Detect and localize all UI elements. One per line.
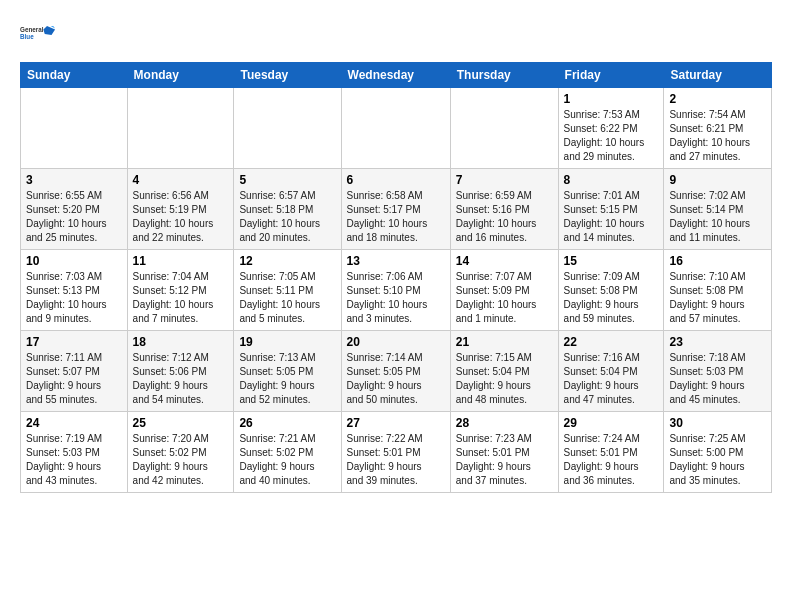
day-info: Sunrise: 7:53 AM Sunset: 6:22 PM Dayligh… (564, 108, 659, 164)
day-info: Sunrise: 7:18 AM Sunset: 5:03 PM Dayligh… (669, 351, 766, 407)
calendar-cell: 25Sunrise: 7:20 AM Sunset: 5:02 PM Dayli… (127, 412, 234, 493)
day-info: Sunrise: 7:20 AM Sunset: 5:02 PM Dayligh… (133, 432, 229, 488)
day-info: Sunrise: 7:16 AM Sunset: 5:04 PM Dayligh… (564, 351, 659, 407)
day-info: Sunrise: 7:03 AM Sunset: 5:13 PM Dayligh… (26, 270, 122, 326)
calendar-cell: 9Sunrise: 7:02 AM Sunset: 5:14 PM Daylig… (664, 169, 772, 250)
svg-text:Blue: Blue (20, 33, 34, 40)
calendar-cell (234, 88, 341, 169)
calendar-week-4: 24Sunrise: 7:19 AM Sunset: 5:03 PM Dayli… (21, 412, 772, 493)
calendar-cell: 30Sunrise: 7:25 AM Sunset: 5:00 PM Dayli… (664, 412, 772, 493)
day-info: Sunrise: 6:57 AM Sunset: 5:18 PM Dayligh… (239, 189, 335, 245)
day-info: Sunrise: 7:09 AM Sunset: 5:08 PM Dayligh… (564, 270, 659, 326)
day-info: Sunrise: 7:04 AM Sunset: 5:12 PM Dayligh… (133, 270, 229, 326)
day-info: Sunrise: 7:22 AM Sunset: 5:01 PM Dayligh… (347, 432, 445, 488)
day-number: 10 (26, 254, 122, 268)
calendar-cell: 24Sunrise: 7:19 AM Sunset: 5:03 PM Dayli… (21, 412, 128, 493)
day-info: Sunrise: 7:13 AM Sunset: 5:05 PM Dayligh… (239, 351, 335, 407)
day-info: Sunrise: 7:23 AM Sunset: 5:01 PM Dayligh… (456, 432, 553, 488)
calendar-cell: 12Sunrise: 7:05 AM Sunset: 5:11 PM Dayli… (234, 250, 341, 331)
day-number: 9 (669, 173, 766, 187)
calendar-cell (127, 88, 234, 169)
day-number: 12 (239, 254, 335, 268)
calendar-cell: 1Sunrise: 7:53 AM Sunset: 6:22 PM Daylig… (558, 88, 664, 169)
day-number: 29 (564, 416, 659, 430)
day-number: 11 (133, 254, 229, 268)
logo: GeneralBlue (20, 16, 56, 52)
col-header-friday: Friday (558, 63, 664, 88)
day-info: Sunrise: 7:10 AM Sunset: 5:08 PM Dayligh… (669, 270, 766, 326)
day-info: Sunrise: 7:01 AM Sunset: 5:15 PM Dayligh… (564, 189, 659, 245)
day-number: 23 (669, 335, 766, 349)
calendar-week-2: 10Sunrise: 7:03 AM Sunset: 5:13 PM Dayli… (21, 250, 772, 331)
calendar-cell: 2Sunrise: 7:54 AM Sunset: 6:21 PM Daylig… (664, 88, 772, 169)
calendar-cell: 18Sunrise: 7:12 AM Sunset: 5:06 PM Dayli… (127, 331, 234, 412)
calendar-cell: 19Sunrise: 7:13 AM Sunset: 5:05 PM Dayli… (234, 331, 341, 412)
day-info: Sunrise: 7:21 AM Sunset: 5:02 PM Dayligh… (239, 432, 335, 488)
day-number: 21 (456, 335, 553, 349)
calendar-header-row: SundayMondayTuesdayWednesdayThursdayFrid… (21, 63, 772, 88)
day-number: 28 (456, 416, 553, 430)
calendar-cell: 14Sunrise: 7:07 AM Sunset: 5:09 PM Dayli… (450, 250, 558, 331)
calendar-cell (450, 88, 558, 169)
calendar-cell: 7Sunrise: 6:59 AM Sunset: 5:16 PM Daylig… (450, 169, 558, 250)
calendar-table: SundayMondayTuesdayWednesdayThursdayFrid… (20, 62, 772, 493)
day-info: Sunrise: 6:58 AM Sunset: 5:17 PM Dayligh… (347, 189, 445, 245)
calendar-week-3: 17Sunrise: 7:11 AM Sunset: 5:07 PM Dayli… (21, 331, 772, 412)
svg-text:General: General (20, 26, 44, 33)
calendar-cell: 5Sunrise: 6:57 AM Sunset: 5:18 PM Daylig… (234, 169, 341, 250)
day-info: Sunrise: 7:15 AM Sunset: 5:04 PM Dayligh… (456, 351, 553, 407)
day-number: 4 (133, 173, 229, 187)
day-number: 3 (26, 173, 122, 187)
day-number: 16 (669, 254, 766, 268)
col-header-thursday: Thursday (450, 63, 558, 88)
calendar-cell: 4Sunrise: 6:56 AM Sunset: 5:19 PM Daylig… (127, 169, 234, 250)
col-header-wednesday: Wednesday (341, 63, 450, 88)
day-info: Sunrise: 7:05 AM Sunset: 5:11 PM Dayligh… (239, 270, 335, 326)
calendar-cell: 13Sunrise: 7:06 AM Sunset: 5:10 PM Dayli… (341, 250, 450, 331)
day-number: 25 (133, 416, 229, 430)
calendar-cell: 20Sunrise: 7:14 AM Sunset: 5:05 PM Dayli… (341, 331, 450, 412)
day-number: 17 (26, 335, 122, 349)
calendar-cell: 23Sunrise: 7:18 AM Sunset: 5:03 PM Dayli… (664, 331, 772, 412)
day-info: Sunrise: 7:54 AM Sunset: 6:21 PM Dayligh… (669, 108, 766, 164)
day-number: 24 (26, 416, 122, 430)
calendar-cell: 29Sunrise: 7:24 AM Sunset: 5:01 PM Dayli… (558, 412, 664, 493)
day-number: 14 (456, 254, 553, 268)
col-header-sunday: Sunday (21, 63, 128, 88)
day-number: 1 (564, 92, 659, 106)
calendar-cell: 26Sunrise: 7:21 AM Sunset: 5:02 PM Dayli… (234, 412, 341, 493)
day-number: 8 (564, 173, 659, 187)
day-info: Sunrise: 6:59 AM Sunset: 5:16 PM Dayligh… (456, 189, 553, 245)
day-info: Sunrise: 7:12 AM Sunset: 5:06 PM Dayligh… (133, 351, 229, 407)
calendar-cell: 3Sunrise: 6:55 AM Sunset: 5:20 PM Daylig… (21, 169, 128, 250)
calendar-cell: 22Sunrise: 7:16 AM Sunset: 5:04 PM Dayli… (558, 331, 664, 412)
calendar-cell: 16Sunrise: 7:10 AM Sunset: 5:08 PM Dayli… (664, 250, 772, 331)
day-number: 6 (347, 173, 445, 187)
calendar-cell: 6Sunrise: 6:58 AM Sunset: 5:17 PM Daylig… (341, 169, 450, 250)
day-number: 30 (669, 416, 766, 430)
calendar-cell: 11Sunrise: 7:04 AM Sunset: 5:12 PM Dayli… (127, 250, 234, 331)
day-number: 13 (347, 254, 445, 268)
day-info: Sunrise: 7:14 AM Sunset: 5:05 PM Dayligh… (347, 351, 445, 407)
day-number: 27 (347, 416, 445, 430)
day-info: Sunrise: 7:19 AM Sunset: 5:03 PM Dayligh… (26, 432, 122, 488)
calendar-week-0: 1Sunrise: 7:53 AM Sunset: 6:22 PM Daylig… (21, 88, 772, 169)
calendar-cell (341, 88, 450, 169)
day-number: 20 (347, 335, 445, 349)
calendar-cell: 21Sunrise: 7:15 AM Sunset: 5:04 PM Dayli… (450, 331, 558, 412)
day-number: 26 (239, 416, 335, 430)
day-number: 2 (669, 92, 766, 106)
page: GeneralBlue SundayMondayTuesdayWednesday… (0, 0, 792, 612)
calendar-cell: 17Sunrise: 7:11 AM Sunset: 5:07 PM Dayli… (21, 331, 128, 412)
calendar-cell: 10Sunrise: 7:03 AM Sunset: 5:13 PM Dayli… (21, 250, 128, 331)
day-info: Sunrise: 6:56 AM Sunset: 5:19 PM Dayligh… (133, 189, 229, 245)
col-header-monday: Monday (127, 63, 234, 88)
calendar-cell: 28Sunrise: 7:23 AM Sunset: 5:01 PM Dayli… (450, 412, 558, 493)
calendar-cell (21, 88, 128, 169)
logo-icon: GeneralBlue (20, 16, 56, 52)
day-info: Sunrise: 7:07 AM Sunset: 5:09 PM Dayligh… (456, 270, 553, 326)
calendar-cell: 27Sunrise: 7:22 AM Sunset: 5:01 PM Dayli… (341, 412, 450, 493)
day-info: Sunrise: 7:02 AM Sunset: 5:14 PM Dayligh… (669, 189, 766, 245)
header: GeneralBlue (20, 16, 772, 52)
day-number: 7 (456, 173, 553, 187)
